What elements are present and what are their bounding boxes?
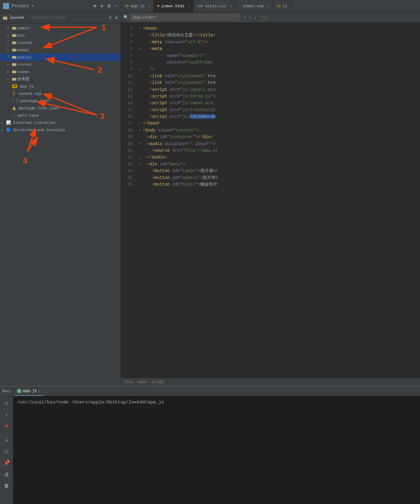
code-line-26: <button id="helix">螺旋照片	[136, 181, 420, 188]
tree-item-routes[interactable]: ▶ routes	[0, 61, 121, 68]
bottom-tab-run[interactable]: ● app.js ✕	[14, 386, 43, 396]
trash-btn[interactable]: 🗑	[2, 482, 11, 490]
tab-app-js[interactable]: JS app.js ✕	[121, 0, 154, 12]
code-line-5: <meta charset="utf-8"/>	[136, 39, 420, 45]
code-text: <head>	[142, 25, 158, 32]
arrow-down-btn[interactable]: ↓	[2, 410, 11, 419]
fold-gutter[interactable]: ▼	[137, 26, 142, 31]
svg-rect-16	[12, 63, 14, 64]
tree-item-package-json[interactable]: ▶ { } package.json	[0, 97, 121, 104]
code-line-17: △ </head>	[136, 120, 420, 127]
folder-icon	[12, 70, 16, 74]
tab-index-vue[interactable]: ✓ index.vue ✕	[235, 0, 273, 12]
folder-icon	[12, 48, 16, 52]
tree-item-package-lock[interactable]: ▶ 🔒 package-lock.json	[0, 104, 121, 112]
tab-close-btn[interactable]: ✕	[148, 4, 150, 8]
stop-btn[interactable]: ■	[2, 422, 11, 430]
project-title: Project	[11, 4, 29, 8]
run-tab-label: app.js	[23, 389, 37, 393]
pin-btn[interactable]: 📌	[2, 459, 11, 467]
tree-item-app-js[interactable]: ▶ JS app.js	[0, 83, 121, 90]
tree-item-public[interactable]: ▶ public	[0, 54, 121, 61]
dropdown-arrow[interactable]: ▼	[32, 4, 34, 8]
search-up-btn[interactable]: ↑	[248, 15, 251, 20]
step-down-btn[interactable]: ↓⃝	[2, 447, 11, 456]
tree-item-scratches[interactable]: ▶ 🔵 Scratches and Consoles	[0, 126, 121, 134]
terminal-command: /usr/local/bin/node /Users/apple/Desktop…	[17, 400, 416, 405]
breadcrumb-script: script	[151, 380, 164, 384]
minimize-icon[interactable]: —	[115, 3, 118, 9]
tree-item-bin[interactable]: ▶ bin	[0, 32, 121, 39]
tree-label-external: External Libraries	[13, 121, 56, 125]
tree-item-effects[interactable]: ▶ 效果图	[0, 75, 121, 83]
bottom-sidebar: ↺ ↓ ■ ⤵ ↓⃝ 📌 🖨 🗑	[0, 396, 13, 504]
lock-file-icon: 🔒	[12, 106, 16, 110]
search-input[interactable]	[133, 15, 237, 20]
folder-icon	[12, 26, 16, 30]
run-label: Run:	[2, 389, 12, 393]
print-btn[interactable]: 🖨	[2, 470, 11, 479]
tree-item-views[interactable]: ▶ views	[0, 68, 121, 75]
search-icon: 🔍	[123, 15, 129, 20]
js-icon: JS	[125, 4, 129, 8]
search-down-btn[interactable]: ↓	[254, 15, 257, 20]
code-editor[interactable]: 3 4 5 6 7 8 9 10 11 12 13 14 15 16 17 18	[121, 23, 420, 378]
js-icon2: JS	[277, 4, 281, 8]
folder-icon	[3, 16, 7, 20]
settings-icon[interactable]: ⚙	[108, 3, 111, 9]
code-line-11: <link rel="stylesheet" hre	[136, 79, 420, 86]
tree-label-model: model	[18, 48, 29, 52]
tree-label-bin: bin	[18, 33, 25, 38]
code-line-12: <script src="js/jquery.min	[136, 86, 420, 93]
tree-item-model[interactable]: ▶ model	[0, 46, 121, 54]
tree-arrow: ▶	[7, 48, 11, 52]
sql-file-icon: 🗄	[12, 91, 16, 96]
tree-item-sql[interactable]: ▶ 🗄 love3d.sql	[0, 90, 121, 97]
collapse-icon[interactable]: ≡	[109, 15, 111, 20]
run-tab-close[interactable]: ✕	[39, 389, 41, 393]
tree-arrow: ▶	[7, 34, 11, 37]
code-line-6: ▼ <meta	[136, 45, 420, 52]
search-all-btn[interactable]: ALL	[260, 15, 269, 20]
sidebar: love3d ~/Desktop/love3d ≡ ⚙ ▶ admin	[0, 12, 121, 386]
code-line-23: ▼ <div id="menu">	[136, 161, 420, 167]
tree-item-love3d[interactable]: ▶ love3d	[0, 39, 121, 46]
svg-rect-0	[4, 4, 6, 6]
bottom-panel: Run: ● app.js ✕ ↺ ↓ ■ ⤵ ↓⃝ 📌 🖨 🗑 /usr/lo…	[0, 386, 420, 504]
project-icon	[3, 3, 9, 9]
terminal-area[interactable]: /usr/local/bin/node /Users/apple/Desktop…	[13, 396, 420, 504]
breadcrumb-bar: html › head › script	[121, 378, 420, 386]
step-over-btn[interactable]: ⤵	[2, 436, 11, 444]
tab-label: index.html	[161, 4, 185, 8]
tab-close-btn[interactable]: ✕	[267, 4, 269, 8]
add-icon[interactable]: ⊕	[93, 3, 96, 9]
toolbar-icons: ⊕ ⇌ ⚙ —	[93, 3, 118, 9]
svg-rect-18	[12, 71, 14, 71]
html-icon: H	[157, 4, 159, 8]
tree-arrow: ▶	[7, 26, 11, 30]
search-input-wrapper[interactable]	[130, 14, 239, 21]
tab-close-btn[interactable]: ✕	[188, 4, 190, 8]
tab-style-css[interactable]: CSS style.css ✕	[194, 0, 235, 12]
code-line-20: ▼ <audio autoplay="" loop="">	[136, 141, 420, 147]
equalize-icon[interactable]: ⇌	[100, 3, 103, 9]
editor-area: 🔍 ✕ ↑ ↓ ALL 3 4 5 6 7	[121, 12, 420, 386]
tab-close-btn[interactable]: ✕	[229, 4, 231, 8]
clear-search-btn[interactable]: ✕	[244, 15, 246, 20]
folder-open-icon	[12, 55, 16, 59]
gear-icon[interactable]: ⚙	[115, 15, 118, 20]
folder-icon	[12, 34, 16, 37]
tree-item-admin[interactable]: ▶ admin	[0, 25, 121, 32]
tab-index-html[interactable]: H index.html ✕	[154, 0, 194, 12]
line-numbers: 3 4 5 6 7 8 9 10 11 12 13 14 15 16 17 18	[121, 23, 136, 378]
tree-item-external[interactable]: ▶ 📊 External Libraries	[0, 119, 121, 126]
tree-arrow: ▶	[7, 41, 11, 45]
tree-arrow: ▶	[1, 121, 5, 124]
tree-item-yarn-lock[interactable]: ▶ ⬡ yarn.lock	[0, 112, 121, 119]
code-line-21: <source src="http://www.yt	[136, 147, 420, 154]
folder-icon	[12, 77, 16, 81]
rerun-btn[interactable]: ↺	[2, 399, 11, 407]
tab-lo[interactable]: JS lo	[273, 0, 291, 12]
code-line-7: name="viewport"	[136, 52, 420, 59]
project-title-section: Project ▼ ⊕ ⇌ ⚙ —	[0, 0, 121, 12]
